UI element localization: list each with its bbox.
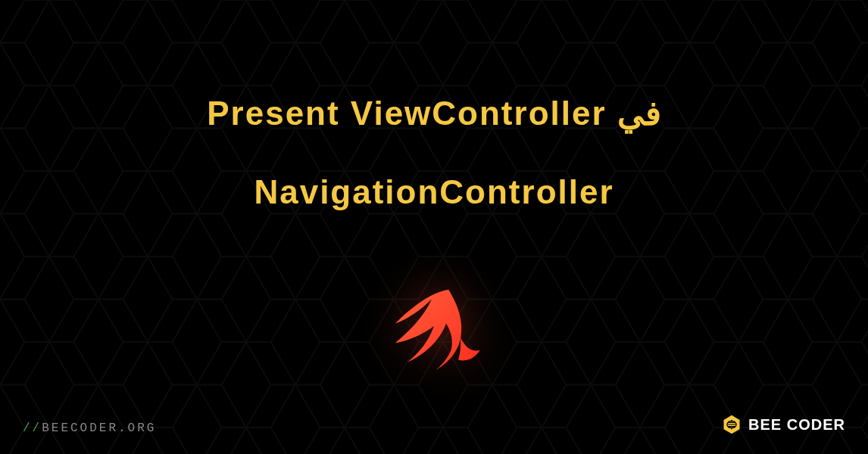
url-domain: BEECODER.ORG bbox=[42, 421, 156, 435]
bee-hexagon-icon bbox=[721, 414, 742, 435]
bee-coder-logo: BEE CODER bbox=[721, 414, 845, 435]
logo-text-bold: BEE bbox=[748, 416, 782, 433]
bee-coder-text: BEE CODER bbox=[748, 416, 845, 434]
main-title: Present ViewController في NavigationCont… bbox=[0, 83, 868, 222]
title-line-1: Present ViewController في bbox=[0, 83, 868, 143]
logo-text-light: CODER bbox=[782, 416, 845, 433]
footer-url: //BEECODER.ORG bbox=[23, 421, 156, 435]
url-prefix: // bbox=[23, 421, 42, 435]
title-line-2: NavigationController bbox=[0, 162, 868, 222]
swift-logo-icon bbox=[373, 280, 495, 401]
